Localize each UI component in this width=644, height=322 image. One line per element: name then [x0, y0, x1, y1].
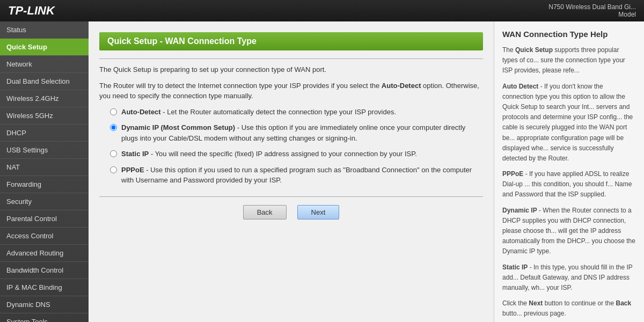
- radio-auto-detect[interactable]: [110, 108, 117, 115]
- logo-area: TP-LINK: [8, 4, 55, 18]
- sidebar: Status Quick Setup Network Dual Band Sel…: [0, 21, 89, 322]
- radio-static-ip[interactable]: [110, 150, 117, 157]
- top-divider: [99, 58, 483, 59]
- help-paragraph-static-ip: Static IP - In this type, you should fil…: [502, 262, 636, 294]
- radio-pppoe[interactable]: [110, 166, 117, 173]
- button-row: Back Next: [99, 196, 483, 219]
- sidebar-item-usb[interactable]: USB Settings: [0, 142, 89, 159]
- option-static-ip: Static IP - You will need the specific (…: [110, 149, 483, 159]
- sidebar-item-ip-mac[interactable]: IP & MAC Binding: [0, 279, 89, 296]
- static-ip-label-bold: Static IP: [121, 150, 149, 158]
- sidebar-item-wireless-5[interactable]: Wireless 5GHz: [0, 107, 89, 125]
- auto-detect-label-rest: - Let the Router automatically detect th…: [163, 108, 396, 116]
- sidebar-item-status[interactable]: Status: [0, 21, 89, 39]
- option-auto-detect: Auto-Detect - Let the Router automatical…: [110, 107, 483, 118]
- label-pppoe[interactable]: PPPoE - Use this option if you used to r…: [121, 165, 483, 186]
- option-pppoe: PPPoE - Use this option if you used to r…: [110, 165, 483, 186]
- auto-detect-label-bold: Auto-Detect: [121, 108, 161, 116]
- help-paragraph-auto-detect: Auto Detect - If you don't know the conn…: [502, 82, 636, 164]
- option-dynamic-ip: Dynamic IP (Most Common Setup) - Use thi…: [110, 122, 483, 143]
- help-paragraph-pppoe: PPPoE - If you have applied ADSL to real…: [502, 169, 636, 200]
- main-layout: Status Quick Setup Network Dual Band Sel…: [0, 21, 644, 322]
- sidebar-item-advanced-routing[interactable]: Advanced Routing: [0, 245, 89, 262]
- sidebar-item-network[interactable]: Network: [0, 56, 89, 73]
- connection-options: Auto-Detect - Let the Router automatical…: [110, 107, 483, 186]
- help-paragraph-1: The Quick Setup supports three popular t…: [502, 45, 636, 76]
- label-static-ip[interactable]: Static IP - You will need the specific (…: [121, 149, 417, 159]
- sidebar-item-bandwidth[interactable]: Bandwidth Control: [0, 262, 89, 279]
- sidebar-item-dhcp[interactable]: DHCP: [0, 125, 89, 142]
- sidebar-item-nat[interactable]: NAT: [0, 159, 89, 176]
- pppoe-label-bold: PPPoE: [121, 166, 144, 174]
- sidebar-item-quick-setup[interactable]: Quick Setup: [0, 39, 89, 56]
- dynamic-ip-label-bold: Dynamic IP (Most Common Setup): [121, 123, 235, 131]
- top-header: TP-LINK N750 Wireless Dual Band Gi...Mod…: [0, 0, 644, 21]
- intro-text-1: The Quick Setup is preparing to set up y…: [99, 64, 483, 75]
- intro-text-2: The Router will try to detect the Intern…: [99, 80, 483, 101]
- radio-dynamic-ip[interactable]: [110, 124, 117, 131]
- model-info: N750 Wireless Dual Band Gi...Model: [548, 3, 636, 18]
- help-title: WAN Connection Type Help: [502, 30, 636, 39]
- label-dynamic-ip[interactable]: Dynamic IP (Most Common Setup) - Use thi…: [121, 122, 483, 143]
- sidebar-item-system[interactable]: System Tools: [0, 313, 89, 322]
- help-paragraph-dynamic-ip: Dynamic IP - When the Router connects to…: [502, 206, 636, 257]
- sidebar-item-ddns[interactable]: Dynamic DNS: [0, 296, 89, 313]
- back-button[interactable]: Back: [243, 205, 287, 219]
- sidebar-item-access[interactable]: Access Control: [0, 228, 89, 245]
- sidebar-item-parental[interactable]: Parental Control: [0, 210, 89, 228]
- sidebar-item-wireless-24[interactable]: Wireless 2.4GHz: [0, 90, 89, 107]
- pppoe-label-rest: - Use this option if you used to run a s…: [121, 166, 472, 185]
- help-paragraph-nav: Click the Next button to continue or the…: [502, 298, 636, 319]
- page-title: Quick Setup - WAN Connection Type: [99, 32, 483, 50]
- logo-text: TP-LINK: [8, 4, 55, 18]
- content-area: Quick Setup - WAN Connection Type The Qu…: [89, 21, 494, 322]
- sidebar-item-dual-band[interactable]: Dual Band Selection: [0, 73, 89, 90]
- static-ip-label-rest: - You will need the specific (fixed) IP …: [151, 150, 417, 158]
- help-panel: WAN Connection Type Help The Quick Setup…: [494, 21, 644, 322]
- label-auto-detect[interactable]: Auto-Detect - Let the Router automatical…: [121, 107, 396, 118]
- sidebar-item-security[interactable]: Security: [0, 193, 89, 210]
- sidebar-item-forwarding[interactable]: Forwarding: [0, 176, 89, 193]
- next-button[interactable]: Next: [297, 205, 340, 219]
